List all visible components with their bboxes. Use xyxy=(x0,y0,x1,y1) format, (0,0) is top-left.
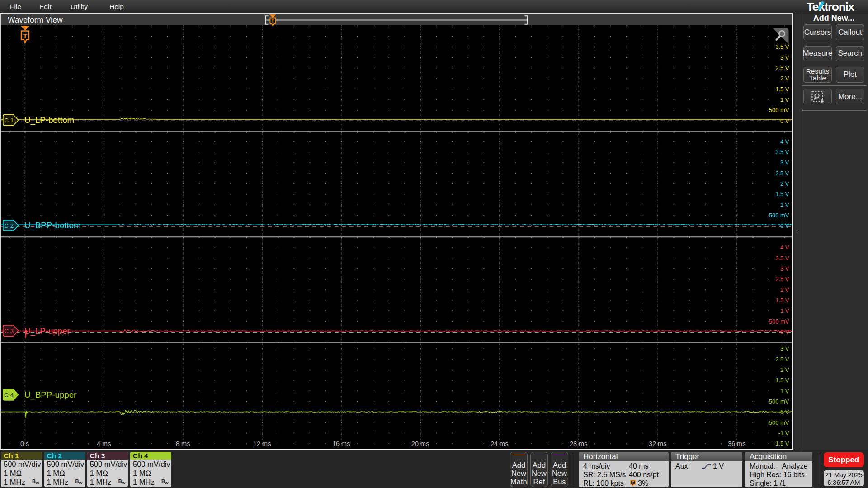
svg-text:T: T xyxy=(632,480,634,484)
